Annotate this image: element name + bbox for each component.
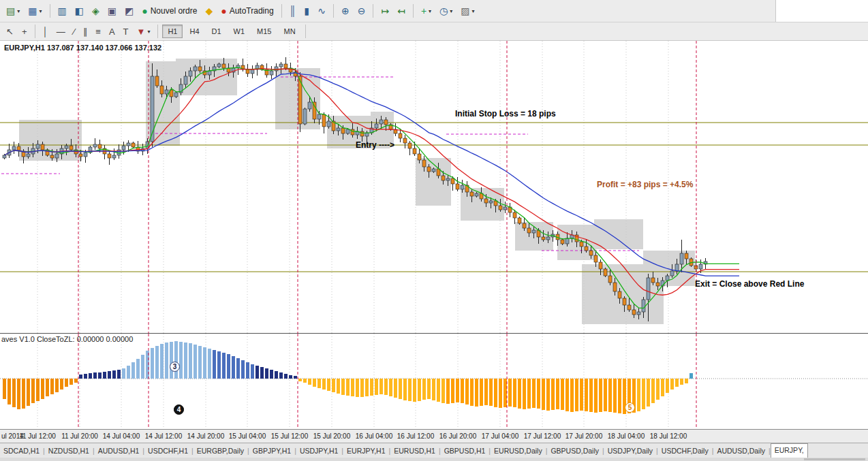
arrows-icon: ▼	[137, 27, 146, 36]
chart-tab-usdjpy-daily[interactable]: USDJPY,Daily	[604, 445, 656, 457]
zoom-out-icon[interactable]: ⊖	[354, 3, 369, 19]
crosshair-icon[interactable]: +	[18, 25, 31, 39]
horizontal-scrollbar[interactable]	[0, 458, 868, 461]
data-window-icon[interactable]: ◧	[72, 3, 87, 19]
new-chart-icon[interactable]: ▤▾	[3, 3, 23, 19]
strategy-tester-icon[interactable]: ◩	[121, 3, 137, 19]
text-label-icon[interactable]: T	[120, 25, 132, 39]
periods-icon[interactable]: ◷▾	[436, 3, 456, 19]
horizontal-line-icon: ―	[57, 27, 65, 36]
symbol-ohlc-readout: EURJPY,H1 137.087 137.140 137.066 137.13…	[4, 44, 161, 52]
chart-tab-eurgbp-daily[interactable]: EURGBP,Daily	[193, 445, 247, 457]
timeframe-h1[interactable]: H1	[162, 25, 183, 38]
chart-area[interactable]: EURJPY,H1 137.087 137.140 137.066 137.13…	[0, 41, 868, 333]
annotation-exit: Exit = Close above Red Line	[695, 279, 804, 289]
zoom-out-icon: ⊖	[358, 6, 366, 16]
drawing-tools-group: ↖+│―∕∥≡AT▼▾	[2, 25, 161, 39]
chart-tab-eurjpy-[interactable]: EURJPY,	[771, 443, 808, 458]
line-chart-icon[interactable]: ∿	[314, 3, 329, 19]
toolbar-separator	[413, 4, 414, 18]
auto-scroll-icon[interactable]: ↦	[377, 3, 392, 19]
fibonacci-icon[interactable]: ≡	[92, 25, 104, 39]
toolbar-separator	[50, 4, 50, 18]
crosshair-icon: +	[22, 27, 27, 36]
equidistant-channel-icon[interactable]: ∥	[80, 25, 91, 39]
time-axis: ul 201411 Jul 12:0011 Jul 20:0014 Jul 04…	[0, 429, 868, 443]
wave-marker-5: 5	[625, 402, 635, 413]
vertical-gridlines	[37, 41, 668, 333]
new-order-button-label: Nouvel ordre	[151, 6, 198, 16]
vertical-line-icon[interactable]: │	[40, 25, 52, 39]
chart-tab-sdcad-h1[interactable]: SDCAD,H1	[0, 445, 43, 457]
bar-chart-icon[interactable]: ║	[286, 3, 300, 19]
indicator-panel[interactable]: aves V1.0 CloseToZL: 0.00000 0.00000 345	[0, 333, 868, 429]
chart-tab-usdjpy-h1[interactable]: USDJPY,H1	[296, 445, 341, 457]
chart-tab-eurusd-h1[interactable]: EURUSD,H1	[390, 445, 439, 457]
chart-tab-audusd-daily[interactable]: AUDUSD,Daily	[713, 445, 769, 457]
timeframe-d1[interactable]: D1	[206, 25, 227, 38]
metaeditor-icon[interactable]: ◆	[202, 3, 216, 19]
timeframe-h4[interactable]: H4	[184, 25, 204, 38]
metaeditor-icon: ◆	[205, 6, 213, 16]
cursor-icon[interactable]: ↖	[3, 25, 17, 39]
trendline-icon[interactable]: ∕	[70, 25, 78, 39]
toolbar-separator	[305, 25, 306, 38]
autotrading-button: ●	[221, 6, 226, 16]
toolbar-separator	[333, 4, 334, 18]
profiles-icon[interactable]: ▦▾	[25, 3, 45, 19]
timeframe-m15[interactable]: M15	[251, 25, 277, 38]
auto-scroll-icon: ↦	[381, 6, 389, 16]
chart-tab-eurjpy-h1[interactable]: EURJPY,H1	[343, 445, 388, 457]
toolbar-main: ▤▾▦▾▥◧◈▣◩●Nouvel ordre◆●AutoTrading║▮∿⊕⊖…	[0, 0, 868, 22]
indicators-icon[interactable]: +▾	[418, 3, 435, 19]
chart-tab-eurusd-daily[interactable]: EURUSD,Daily	[491, 445, 546, 457]
chart-tab-gbpjpy-h1[interactable]: GBPJPY,H1	[249, 445, 294, 457]
toolbar-separator	[35, 25, 35, 38]
text-icon[interactable]: A	[106, 25, 119, 39]
chart-tab-gbpusd-daily[interactable]: GBPUSD,Daily	[547, 445, 602, 457]
navigator-icon[interactable]: ◈	[89, 3, 103, 19]
oscillator-canvas[interactable]	[0, 334, 868, 430]
chart-tab-gbpusd-h1[interactable]: GBPUSD,H1	[441, 445, 489, 457]
navigator-icon: ◈	[92, 6, 99, 16]
chart-shift-icon[interactable]: ↤	[394, 3, 409, 19]
scrollbar-thumb[interactable]	[804, 458, 865, 460]
bar-chart-icon: ║	[290, 6, 296, 16]
chart-tab-bar: SDCAD,H1|NZDUSD,H1|AUDUSD,H1|USDCHF,H1|E…	[0, 443, 868, 458]
line-chart-icon: ∿	[317, 6, 326, 16]
new-order-button[interactable]: ●Nouvel ordre	[138, 3, 200, 19]
chart-tab-audusd-h1[interactable]: AUDUSD,H1	[95, 445, 143, 457]
horizontal-line-icon[interactable]: ―	[53, 25, 69, 39]
caret-down-icon[interactable]: ▾	[450, 8, 452, 14]
chart-tab-nzdusd-h1[interactable]: NZDUSD,H1	[45, 445, 93, 457]
timeframe-w1[interactable]: W1	[228, 25, 251, 38]
caret-down-icon[interactable]: ▾	[472, 8, 475, 14]
market-watch-icon: ▥	[58, 6, 67, 16]
caret-down-icon[interactable]: ▾	[147, 29, 150, 35]
autotrading-button[interactable]: ●AutoTrading	[217, 3, 277, 19]
chart-tab-usdchf-h1[interactable]: USDCHF,H1	[144, 445, 191, 457]
terminal-icon[interactable]: ▣	[104, 3, 120, 19]
indicators-icon: +	[421, 6, 427, 16]
time-tick-label: 18 Jul 12:00	[643, 432, 694, 440]
text-label-icon: T	[123, 27, 129, 36]
zoom-in-icon[interactable]: ⊕	[338, 3, 353, 19]
terminal-icon: ▣	[108, 6, 117, 16]
candlestick-chart-icon[interactable]: ▮	[301, 3, 313, 19]
chart-tab-usdchf-daily[interactable]: USDCHF,Daily	[658, 445, 712, 457]
caret-down-icon[interactable]: ▾	[17, 8, 20, 14]
arrows-icon[interactable]: ▼▾	[134, 25, 154, 39]
price-chart-canvas[interactable]	[0, 41, 868, 333]
candlestick-chart-icon: ▮	[305, 6, 310, 16]
cursor-icon: ↖	[6, 27, 14, 36]
caret-down-icon[interactable]: ▾	[429, 8, 431, 14]
support-resistance-zones	[19, 59, 695, 324]
templates-icon[interactable]: ▨▾	[457, 3, 478, 19]
caret-down-icon[interactable]: ▾	[39, 8, 42, 14]
wave-marker-4: 4	[174, 404, 184, 415]
mt4-window: ▤▾▦▾▥◧◈▣◩●Nouvel ordre◆●AutoTrading║▮∿⊕⊖…	[0, 0, 868, 461]
timeframe-mn[interactable]: MN	[279, 25, 301, 38]
market-watch-icon[interactable]: ▥	[55, 3, 70, 19]
chart-shift-icon: ↤	[397, 6, 405, 16]
trendline-icon: ∕	[74, 27, 75, 36]
